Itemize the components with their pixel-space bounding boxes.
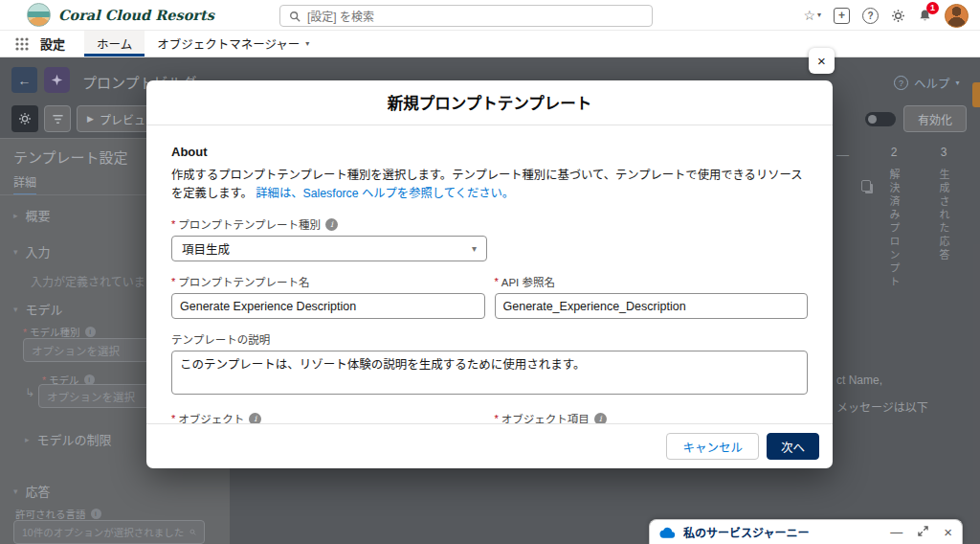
favorites-button[interactable]: ☆ ▾ <box>803 9 821 22</box>
question-icon: ? <box>867 11 873 21</box>
brand: Coral Cloud Resorts <box>27 3 214 27</box>
required-asterisk: * <box>171 276 175 287</box>
screen: Coral Cloud Resorts [設定] を検索 ☆ ▾ + ? 1 設 <box>0 0 980 544</box>
brand-logo-icon <box>27 3 51 27</box>
global-header: Coral Cloud Resorts [設定] を検索 ☆ ▾ + ? 1 <box>0 0 980 31</box>
notifications-button[interactable]: 1 <box>918 9 932 23</box>
global-search-input[interactable]: [設定] を検索 <box>279 5 653 27</box>
gear-icon <box>891 9 905 23</box>
notification-badge: 1 <box>926 2 939 14</box>
close-icon: × <box>817 53 826 69</box>
brand-name: Coral Cloud Resorts <box>58 7 214 23</box>
expand-icon <box>918 526 928 536</box>
selected-value: 項目生成 <box>182 239 230 258</box>
info-icon[interactable]: i <box>249 413 261 423</box>
nav-tabs: ホーム オブジェクトマネージャー▾ <box>84 31 322 57</box>
tab-object-manager[interactable]: オブジェクトマネージャー▾ <box>145 31 322 57</box>
about-text: 作成するプロンプトテンプレート種別を選択します。テンプレート種別に基づいて、テン… <box>171 167 808 203</box>
info-icon[interactable]: i <box>325 218 338 231</box>
chevron-down-icon: ▾ <box>305 40 309 48</box>
template-name-label: * プロンプトテンプレート名 <box>171 274 485 289</box>
modal-body: About 作成するプロンプトテンプレート種別を選択します。テンプレート種別に基… <box>146 125 833 423</box>
about-heading: About <box>171 145 808 159</box>
dock-title: 私のサービスジャーニー <box>683 524 809 540</box>
tab-label: ホーム <box>97 34 132 53</box>
star-icon: ☆ <box>803 9 815 22</box>
object-field: * オブジェクト i <box>171 411 485 423</box>
template-type-label: * プロンプトテンプレート種別 i <box>171 216 808 232</box>
new-prompt-template-modal: 新規プロンプトテンプレート About 作成するプロンプトテンプレート種別を選択… <box>146 80 833 468</box>
required-asterisk: * <box>495 413 499 423</box>
chat-cloud-icon <box>659 527 676 538</box>
template-name-input[interactable] <box>171 293 485 319</box>
plus-icon: + <box>838 9 845 22</box>
required-asterisk: * <box>495 276 499 287</box>
chevron-down-icon: ▾ <box>472 243 477 254</box>
description-textarea[interactable]: このテンプレートは、リゾート体験の説明を生成するために使用されます。 <box>171 351 808 395</box>
global-actions-button[interactable]: + <box>834 8 850 24</box>
required-asterisk: * <box>171 413 175 423</box>
modal-header: 新規プロンプトテンプレート <box>146 80 833 125</box>
builder-page: ← プロンプトビルダー ? ヘルプ ▾ ▶ プレビュー 有効化 テンプレート設定… <box>0 57 980 544</box>
tab-label: オブジェクトマネージャー <box>157 34 300 53</box>
setup-gear-button[interactable] <box>891 9 905 23</box>
close-button[interactable]: × <box>944 525 952 539</box>
api-name-field: * API 参照名 <box>495 274 809 319</box>
template-type-select[interactable]: 項目生成 ▾ <box>171 236 487 261</box>
user-avatar[interactable] <box>945 4 969 28</box>
cancel-button[interactable]: キャンセル <box>666 433 759 460</box>
expand-button[interactable] <box>918 526 928 538</box>
info-icon[interactable]: i <box>594 413 607 423</box>
modal-title: 新規プロンプトテンプレート <box>162 91 817 114</box>
template-name-field: * プロンプトテンプレート名 <box>171 274 485 319</box>
required-asterisk: * <box>171 218 175 230</box>
dock-controls: — × <box>890 525 952 539</box>
modal-footer: キャンセル 次へ <box>146 423 833 468</box>
object-label: * オブジェクト i <box>171 411 485 423</box>
service-journey-dock: 私のサービスジャーニー — × <box>649 519 963 544</box>
next-button[interactable]: 次へ <box>767 433 819 460</box>
object-field-field: * オブジェクト項目 i Description × <box>495 411 809 423</box>
description-field: テンプレートの説明 このテンプレートは、リゾート体験の説明を生成するために使用さ… <box>171 331 808 398</box>
object-field-label: * オブジェクト項目 i <box>495 411 809 423</box>
header-actions: ☆ ▾ + ? 1 <box>803 0 969 31</box>
app-name: 設定 <box>40 34 65 53</box>
modal-close-button[interactable]: × <box>809 48 835 74</box>
api-name-input[interactable] <box>495 293 809 319</box>
api-name-label: * API 参照名 <box>495 274 809 289</box>
minimize-button[interactable]: — <box>890 526 902 538</box>
description-label: テンプレートの説明 <box>171 331 808 347</box>
app-launcher-icon[interactable] <box>15 37 29 51</box>
chevron-down-icon: ▾ <box>817 11 821 19</box>
tab-home[interactable]: ホーム <box>84 31 145 57</box>
template-type-field: * プロンプトテンプレート種別 i 項目生成 ▾ <box>171 216 808 261</box>
help-button[interactable]: ? <box>862 8 879 24</box>
help-link[interactable]: 詳細は、Salesforce ヘルプを参照してください。 <box>256 187 514 200</box>
search-icon <box>289 11 301 22</box>
search-placeholder: [設定] を検索 <box>307 8 374 24</box>
